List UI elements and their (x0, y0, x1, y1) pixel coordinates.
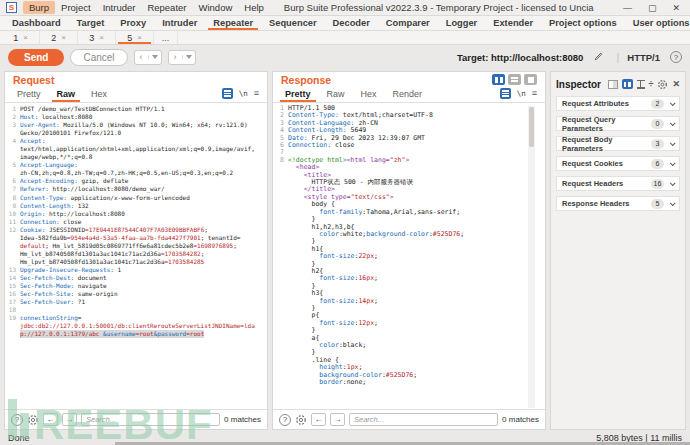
response-tab-hex[interactable]: Hex (353, 87, 385, 102)
code-line: font-size:12px; (275, 320, 545, 327)
inspector-section-request-attributes[interactable]: Request Attributes2 (556, 96, 680, 111)
search-help-icon[interactable]: ? (279, 414, 291, 426)
inspector-section-response-headers[interactable]: Response Headers5 (556, 196, 680, 211)
scrollbar-thumb[interactable] (529, 107, 534, 147)
search-next-button[interactable]: → (330, 413, 345, 426)
tab-dashboard[interactable]: Dashboard (4, 16, 69, 30)
minimize-button[interactable]: — (623, 3, 632, 13)
response-tab-render[interactable]: Render (385, 87, 431, 102)
line-text: connectionString= (20, 314, 81, 322)
tab-repeater[interactable]: Repeater (205, 16, 261, 30)
tab-close-icon[interactable]: × (99, 33, 104, 42)
code-line: 7Referer: http://localhost:8080/demo_war… (7, 185, 267, 193)
repeater-tab-more[interactable]: ... (154, 31, 178, 44)
search-settings-icon[interactable] (27, 414, 39, 426)
next-request-button[interactable]: › (168, 50, 196, 65)
search-prev-button[interactable]: ← (311, 413, 326, 426)
repeater-tab-5[interactable]: 5× (116, 31, 154, 44)
tab-intruder[interactable]: Intruder (154, 16, 205, 30)
tab-proxy[interactable]: Proxy (112, 16, 154, 30)
layout-single-icon[interactable] (524, 74, 537, 85)
tab-sequencer[interactable]: Sequencer (261, 16, 325, 30)
editor-menu-icon[interactable]: ≡ (254, 89, 259, 98)
search-settings-icon[interactable] (295, 414, 307, 426)
inspector-dock-left-icon[interactable] (608, 80, 618, 89)
line-text: Origin: http://localhost:8080 (20, 210, 125, 218)
edit-target-icon[interactable] (593, 48, 604, 66)
layout-rows-icon[interactable] (508, 74, 521, 85)
editor-menu-icon[interactable]: ≡ (532, 89, 537, 98)
response-editor[interactable]: 1HTTP/1.1 5002Content-Type: text/html;ch… (273, 103, 545, 409)
inspector-close-icon[interactable]: ✕ (672, 80, 680, 89)
tab-extender[interactable]: Extender (485, 16, 541, 30)
chevron-down-icon[interactable] (670, 200, 676, 206)
tab-project-options[interactable]: Project options (541, 16, 625, 30)
chevron-down-icon[interactable] (670, 140, 676, 146)
request-search-matches: 0 matches (224, 415, 261, 424)
response-tab-raw[interactable]: Raw (319, 87, 353, 102)
menu-intruder[interactable]: Intruder (97, 1, 142, 14)
request-tab-raw[interactable]: Raw (49, 87, 84, 102)
tab-target[interactable]: Target (69, 16, 113, 30)
tab-close-icon[interactable]: × (23, 33, 28, 42)
line-number (275, 224, 284, 231)
repeater-tab-1[interactable]: 1× (2, 31, 40, 44)
tab-comparer[interactable]: Comparer (378, 16, 438, 30)
code-line: 16Sec-Fetch-Site: same-origin (7, 290, 267, 298)
layout-columns-icon[interactable] (492, 74, 505, 85)
inspector-section-request-body-parameters[interactable]: Request Body Parameters3 (556, 136, 680, 151)
menu-project[interactable]: Project (55, 1, 97, 14)
request-tab-hex[interactable]: Hex (83, 87, 115, 102)
line-number (275, 238, 284, 245)
search-next-button[interactable]: → (62, 413, 77, 426)
request-search-input[interactable] (81, 413, 220, 426)
tab-decoder[interactable]: Decoder (325, 16, 378, 30)
chevron-down-icon[interactable] (670, 180, 676, 186)
request-editor[interactable]: 1POST /demo_war/TestDBConnection HTTP/1.… (5, 103, 267, 409)
maximize-button[interactable]: ▢ (648, 3, 657, 13)
tab-close-icon[interactable]: × (61, 33, 66, 42)
inspector-collapse-icon[interactable] (637, 80, 645, 89)
inspector-section-request-query-parameters[interactable]: Request Query Parameters0 (556, 116, 680, 131)
request-tab-pretty[interactable]: Pretty (9, 87, 49, 102)
repeater-tab-2[interactable]: 2× (40, 31, 78, 44)
inspector-divider-icon[interactable]: ÷ (649, 80, 654, 89)
response-search-input[interactable] (349, 413, 498, 426)
menu-burp[interactable]: Burp (23, 1, 55, 14)
help-icon[interactable]: ? (670, 51, 682, 63)
inspector-section-request-cookies[interactable]: Request Cookies6 (556, 156, 680, 171)
menu-repeater[interactable]: Repeater (141, 1, 192, 14)
menu-help[interactable]: Help (238, 1, 270, 14)
next-dropdown[interactable] (182, 55, 195, 59)
search-prev-button[interactable]: ← (43, 413, 58, 426)
chevron-down-icon[interactable] (670, 120, 676, 126)
response-scrollbar[interactable] (528, 106, 535, 408)
line-text: Hm_lpvt_b8740508fd1301a3ac1041c71ac2d36a… (20, 258, 204, 266)
show-newlines-icon[interactable]: \n (517, 89, 526, 98)
http-version-selector[interactable]: HTTP/1 (627, 52, 660, 63)
repeater-tab-3[interactable]: 3× (78, 31, 116, 44)
cancel-button[interactable]: Cancel (70, 49, 127, 66)
inspector-header: Inspector ÷ ✕ (556, 75, 680, 93)
line-text: jdbc:db2://127.0.0.1:50001/db:clientRero… (20, 322, 255, 330)
prev-dropdown[interactable] (148, 55, 161, 59)
highlight-icon[interactable] (222, 88, 233, 99)
menu-window[interactable]: Window (193, 1, 239, 14)
search-help-icon[interactable]: ? (11, 414, 23, 426)
tab-logger[interactable]: Logger (438, 16, 486, 30)
inspector-section-request-headers[interactable]: Request Headers16 (556, 176, 680, 191)
prev-request-button[interactable]: ‹ (134, 50, 162, 65)
tab-close-icon[interactable]: × (137, 33, 142, 42)
show-newlines-icon[interactable]: \n (239, 89, 248, 98)
send-button[interactable]: Send (8, 49, 64, 66)
inspector-dock-right-icon[interactable] (622, 79, 633, 89)
highlight-icon[interactable] (500, 88, 511, 99)
close-button[interactable]: ✕ (672, 3, 680, 13)
chevron-down-icon[interactable] (670, 160, 676, 166)
code-line: Hm_lpvt_b8740508fd1301a3ac1041c71ac2d36a… (7, 258, 267, 266)
chevron-down-icon[interactable] (670, 100, 676, 106)
line-text: Accept: (20, 137, 45, 145)
response-tab-pretty[interactable]: Pretty (277, 87, 319, 102)
inspector-settings-icon[interactable] (657, 79, 668, 90)
tab-user-options[interactable]: User options (625, 16, 690, 30)
